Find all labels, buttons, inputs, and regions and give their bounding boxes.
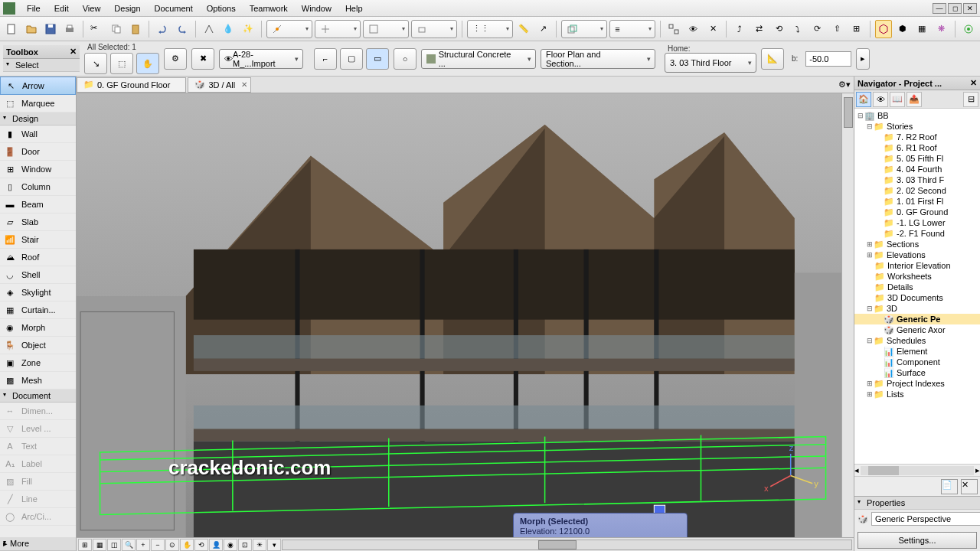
menu-edit[interactable]: Edit [47,2,76,15]
measure-button[interactable]: ↗ [534,20,551,38]
print-button[interactable] [61,20,78,38]
align-button[interactable]: ⤴ [731,20,748,38]
menu-help[interactable]: Help [338,2,370,15]
redo-button[interactable] [174,20,191,38]
open-file-button[interactable] [22,20,39,38]
tree-details[interactable]: 📁Details [854,282,980,292]
tree-story-1[interactable]: 📁1. 01 First Fl [854,196,980,207]
menu-file[interactable]: File [20,2,47,15]
tree-elevations[interactable]: ⊞📁Elevations [854,249,980,260]
qo-14[interactable]: ▾ [267,539,281,551]
level-tool[interactable]: ▽Level ... [0,420,76,438]
layout-book-button[interactable]: 📖 [890,92,905,107]
next-button[interactable]: ▸ [856,48,870,70]
design-section-header[interactable]: Design [0,112,76,126]
tree-sch-component[interactable]: 📊Component [854,357,980,367]
offset-button[interactable]: ⟲ [770,20,787,38]
window-close-button[interactable]: ✕ [963,3,977,14]
skylight-tool[interactable]: ◈Skylight [0,284,76,302]
tree-lists[interactable]: ⊞📁Lists [854,389,980,399]
geom-method-2[interactable]: ▢ [340,48,363,70]
tree-story-5[interactable]: 📁5. 05 Fifth Fl [854,153,980,164]
morph-tool[interactable]: ◉Morph [0,319,76,337]
marquee-tool[interactable]: ⬚Marquee [0,95,76,112]
tree-3d[interactable]: ⊟📁3D [854,303,980,314]
ruler-button[interactable]: 📏 [515,20,532,38]
show-hide-button[interactable]: 👁 [685,20,702,38]
distribute-button[interactable]: ⇄ [751,20,768,38]
qo-2[interactable]: ▦ [93,539,106,551]
elevation-button[interactable]: ▦ [913,20,930,38]
arrow-tool[interactable]: ↖Arrow [0,77,76,95]
qo-13[interactable]: ☀ [253,539,266,551]
copy-button[interactable] [108,20,125,38]
paste-button[interactable] [127,20,144,38]
construction-method-button[interactable]: ○ [394,48,416,70]
new-view-button[interactable]: 📄 [941,479,958,494]
tree-sch-element[interactable]: 📊Element [854,346,980,357]
viewport-hscroll[interactable] [282,540,852,550]
tree-stories[interactable]: ⊟📁Stories [854,121,980,132]
settings-dialog-button[interactable]: ⚙ [164,48,187,70]
element-snap-combo[interactable] [411,20,457,38]
tab-3d-all[interactable]: 🎲3D / All✕ [188,77,251,93]
cut-button[interactable]: ✂ [88,20,105,38]
mirror-button[interactable]: ⟳ [809,20,826,38]
qo-1[interactable]: ⊞ [78,539,92,551]
qo-12[interactable]: ⊡ [238,539,252,551]
text-tool[interactable]: AText [0,438,76,455]
qo-6[interactable]: − [151,539,165,551]
beam-tool[interactable]: ▬Beam [0,196,76,214]
undo-button[interactable] [154,20,171,38]
menu-document[interactable]: Document [148,2,200,15]
select-section-header[interactable]: Select [3,59,80,72]
layer-combo[interactable]: 👁 A-28-M_...Import [219,49,303,69]
eyedropper-button[interactable]: 💧 [220,20,237,38]
tree-root[interactable]: ⊟🏢BB [854,110,980,121]
qo-10[interactable]: 👤 [209,539,223,551]
dimension-tool[interactable]: ↔Dimen... [0,403,76,420]
navigator-tree[interactable]: ⊟🏢BB ⊟📁Stories 📁7. R2 Roof 📁6. R1 Roof 📁… [854,109,980,464]
viewport-vscroll[interactable] [841,93,854,537]
qo-7[interactable]: ⊙ [165,539,179,551]
tree-sections[interactable]: ⊞📁Sections [854,239,980,249]
object-tool[interactable]: 🪑Object [0,337,76,354]
section-button[interactable]: ⬢ [894,20,911,38]
tree-int-elev[interactable]: 📁Interior Elevation [854,260,980,271]
qo-11[interactable]: ◉ [224,539,237,551]
menu-options[interactable]: Options [200,2,243,15]
arc-tool[interactable]: ◯Arc/Ci... [0,508,76,526]
tree-story-7[interactable]: 📁7. R2 Roof [854,132,980,142]
suspend-groups-button[interactable] [665,20,682,38]
menu-window[interactable]: Window [295,2,338,15]
nav-opts-button[interactable]: ⊟ [963,92,978,107]
door-tool[interactable]: 🚪Door [0,143,76,161]
3d-viewport[interactable]: z y x Morph (Selected) Elevation: 12100.… [77,93,841,537]
renovation-filter-combo[interactable]: Floor Plan and Section... [541,49,655,69]
layer-combo[interactable]: ≡ [609,20,655,38]
column-tool[interactable]: ▯Column [0,178,76,196]
window-maximize-button[interactable]: ◻ [948,3,962,14]
slab-tool[interactable]: ▱Slab [0,214,76,231]
tree-story-2[interactable]: 📁2. 02 Second [854,185,980,196]
menu-view[interactable]: View [76,2,108,15]
layer-icon-button[interactable]: ✖ [191,48,214,70]
trace-combo[interactable] [561,20,607,38]
navigator-hscroll[interactable]: ◂▸ [854,464,980,476]
favorites-button[interactable]: ✋ [136,53,159,74]
save-button[interactable] [42,20,59,38]
tree-worksheets[interactable]: 📁Worksheets [854,271,980,282]
qo-5[interactable]: + [136,539,150,551]
navigator-close-icon[interactable]: ✕ [970,78,977,88]
properties-header[interactable]: Properties [854,497,980,510]
tree-story-neg2[interactable]: 📁-2. F1 Found [854,228,980,239]
window-tool[interactable]: ⊞Window [0,161,76,178]
toolbox-close-icon[interactable]: ✕ [70,47,77,57]
3d-window-button[interactable] [875,20,892,38]
qo-8[interactable]: ✋ [180,539,194,551]
roof-tool[interactable]: ⛰Roof [0,249,76,266]
new-file-button[interactable] [3,20,20,38]
publisher-button[interactable]: 📤 [906,92,922,107]
view-name-field[interactable] [871,512,980,526]
curtainwall-tool[interactable]: ▦Curtain... [0,302,76,319]
